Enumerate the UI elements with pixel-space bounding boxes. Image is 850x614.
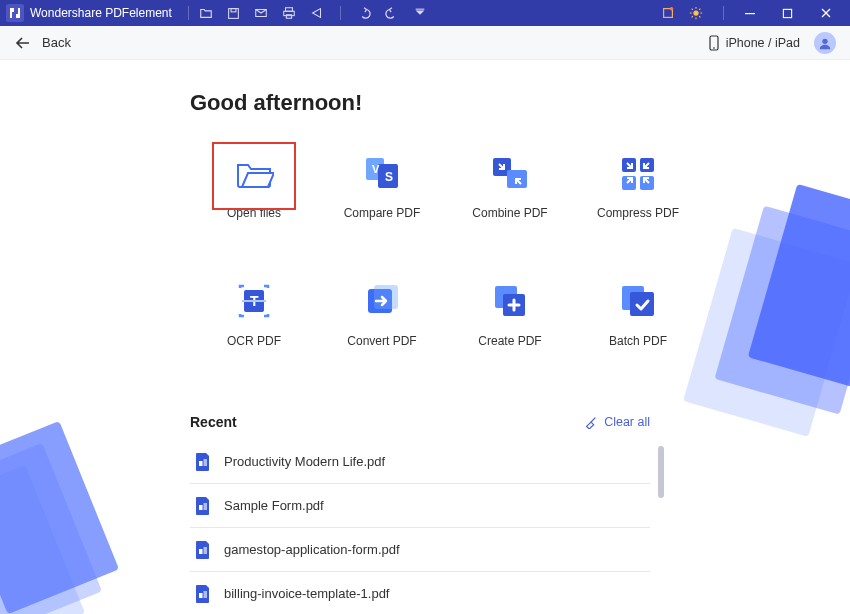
tile-label: Compare PDF	[344, 206, 421, 220]
app-logo-icon	[6, 4, 24, 22]
recent-list: Productivity Modern Life.pdf Sample Form…	[190, 440, 650, 614]
pdf-file-icon	[194, 584, 212, 604]
svg-rect-5	[286, 15, 291, 19]
recent-file-item[interactable]: billing-invoice-template-1.pdf	[190, 572, 650, 614]
window-close-icon[interactable]	[820, 7, 844, 19]
pdf-file-icon	[194, 496, 212, 516]
tile-label: Convert PDF	[347, 334, 416, 348]
device-link[interactable]: iPhone / iPad	[708, 35, 800, 51]
share-icon[interactable]	[310, 6, 324, 20]
title-toolbar	[199, 6, 427, 20]
compress-pdf-icon	[620, 148, 656, 198]
clear-all-label: Clear all	[604, 415, 650, 429]
window-maximize-icon[interactable]	[782, 8, 806, 19]
recent-file-item[interactable]: Sample Form.pdf	[190, 484, 650, 528]
redo-icon[interactable]	[385, 6, 399, 20]
svg-rect-39	[374, 285, 398, 309]
recent-heading: Recent	[190, 414, 237, 430]
tile-label: Combine PDF	[472, 206, 547, 220]
more-dropdown-icon[interactable]	[413, 6, 427, 20]
back-arrow-icon[interactable]	[14, 36, 32, 50]
tile-label: Create PDF	[478, 334, 541, 348]
tile-label: Compress PDF	[597, 206, 679, 220]
tile-create-pdf[interactable]: Create PDF	[466, 276, 554, 348]
file-name: billing-invoice-template-1.pdf	[224, 586, 389, 601]
tile-compare-pdf[interactable]: VS Compare PDF	[338, 148, 426, 220]
svg-line-14	[692, 9, 693, 10]
undo-icon[interactable]	[357, 6, 371, 20]
svg-rect-49	[204, 547, 208, 554]
svg-rect-44	[199, 461, 203, 466]
convert-pdf-icon	[364, 276, 400, 326]
svg-rect-48	[199, 549, 203, 554]
svg-rect-6	[415, 9, 424, 10]
batch-pdf-icon	[620, 276, 656, 326]
titlebar: Wondershare PDFelement	[0, 0, 850, 26]
save-icon[interactable]	[227, 7, 240, 20]
content-area: Good afternoon! Open files VS Compare PD…	[0, 60, 850, 614]
file-name: gamestop-application-form.pdf	[224, 542, 400, 557]
broom-icon	[584, 415, 598, 429]
separator	[188, 6, 189, 20]
pdf-file-icon	[194, 452, 212, 472]
svg-line-16	[692, 16, 693, 17]
tile-label: Batch PDF	[609, 334, 667, 348]
notification-icon[interactable]	[661, 6, 675, 20]
subheader: Back iPhone / iPad	[0, 26, 850, 60]
svg-rect-47	[204, 503, 208, 510]
action-tiles-grid: Open files VS Compare PDF Combine PDF Co…	[190, 148, 702, 386]
phone-icon	[708, 35, 720, 51]
recent-header: Recent Clear all	[190, 414, 650, 430]
tile-convert-pdf[interactable]: Convert PDF	[338, 276, 426, 348]
create-pdf-icon	[493, 276, 527, 326]
file-name: Sample Form.pdf	[224, 498, 324, 513]
tile-label: OCR PDF	[227, 334, 281, 348]
titlebar-right	[661, 6, 844, 20]
svg-rect-51	[204, 591, 208, 598]
svg-rect-50	[199, 593, 203, 598]
tile-open-files[interactable]: Open files	[210, 148, 298, 220]
back-label[interactable]: Back	[42, 35, 71, 50]
separator	[723, 6, 724, 20]
scrollbar-thumb[interactable]	[658, 446, 664, 498]
tile-batch-pdf[interactable]: Batch PDF	[594, 276, 682, 348]
svg-rect-45	[204, 459, 208, 466]
decorative-shapes-left	[0, 431, 130, 614]
svg-text:V: V	[372, 163, 380, 175]
compare-pdf-icon: VS	[362, 148, 402, 198]
mail-icon[interactable]	[254, 6, 268, 20]
file-name: Productivity Modern Life.pdf	[224, 454, 385, 469]
tile-compress-pdf[interactable]: Compress PDF	[594, 148, 682, 220]
tile-combine-pdf[interactable]: Combine PDF	[466, 148, 554, 220]
svg-line-15	[699, 16, 700, 17]
svg-point-8	[670, 7, 674, 11]
svg-rect-19	[783, 9, 791, 17]
window-minimize-icon[interactable]	[744, 7, 768, 19]
combine-pdf-icon	[491, 148, 529, 198]
svg-rect-43	[630, 292, 654, 316]
open-folder-icon[interactable]	[199, 6, 213, 20]
user-avatar[interactable]	[814, 32, 836, 54]
svg-rect-1	[231, 8, 236, 11]
svg-point-24	[822, 38, 827, 43]
device-label: iPhone / iPad	[726, 36, 800, 50]
highlight-box	[212, 142, 296, 210]
theme-icon[interactable]	[689, 6, 703, 20]
svg-point-9	[693, 10, 698, 15]
clear-all-button[interactable]: Clear all	[584, 415, 650, 429]
svg-rect-18	[745, 13, 755, 14]
svg-rect-46	[199, 505, 203, 510]
tile-ocr-pdf[interactable]: T OCR PDF	[210, 276, 298, 348]
greeting-heading: Good afternoon!	[190, 90, 850, 116]
recent-file-item[interactable]: Productivity Modern Life.pdf	[190, 440, 650, 484]
print-icon[interactable]	[282, 6, 296, 20]
separator	[340, 6, 341, 20]
pdf-file-icon	[194, 540, 212, 560]
svg-text:S: S	[385, 170, 393, 184]
svg-rect-0	[228, 8, 238, 18]
app-title: Wondershare PDFelement	[30, 6, 172, 20]
recent-file-item[interactable]: gamestop-application-form.pdf	[190, 528, 650, 572]
ocr-pdf-icon: T	[236, 276, 272, 326]
svg-line-17	[699, 9, 700, 10]
